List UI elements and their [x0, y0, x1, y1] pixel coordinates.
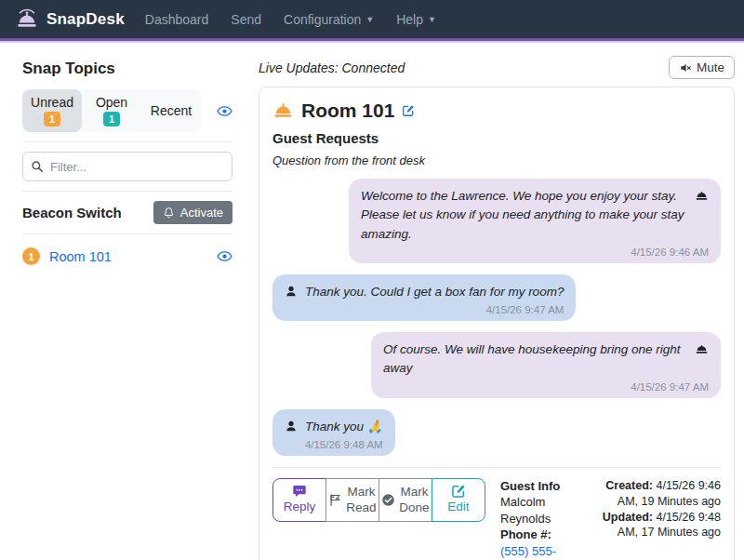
updated-line: Updated: 4/15/26 9:48 AM, 17 Minutes ago [597, 510, 721, 541]
room-title: Room 101 [301, 100, 394, 122]
guest-info-heading: Guest Info [500, 478, 582, 495]
nav-item-help[interactable]: Help▼ [396, 12, 436, 27]
topic-card: Room 101 Guest Requests Question from th… [259, 87, 735, 560]
main-panel: Live Updates: Connected Mute [259, 56, 735, 560]
message-text: Of course. We will have housekeeping bri… [383, 340, 687, 379]
nav-item-dashboard[interactable]: Dashboard [145, 12, 209, 27]
room-description: Question from the front desk [272, 153, 721, 167]
topic-actions-footer: Reply Mark [272, 467, 721, 560]
guest-phone-link[interactable]: (555) 555-5555 [500, 544, 556, 560]
checkered-flag-icon [328, 493, 342, 507]
nav-item-send[interactable]: Send [231, 12, 261, 27]
message-bubble-staff: Of course. We will have housekeeping bri… [371, 332, 721, 398]
search-icon [31, 160, 44, 173]
message-text: Thank you. Could I get a box fan for my … [305, 283, 564, 301]
eye-icon[interactable] [217, 103, 232, 119]
desk-bell-icon [695, 189, 709, 203]
nav-item-configuration[interactable]: Configuration▼ [284, 12, 374, 27]
topic-list-item-room-101[interactable]: 1 Room 101 [22, 244, 232, 269]
message-text: Thank you 🙏 [305, 418, 383, 436]
message-list: Welcome to the Lawrence. We hope you enj… [272, 179, 721, 456]
divider [22, 141, 232, 142]
tab-open[interactable]: Open 1 [82, 89, 141, 132]
action-button-group: Reply Mark [272, 478, 485, 522]
open-count-badge: 1 [103, 112, 120, 127]
message-bubble-staff: Welcome to the Lawrence. We hope you enj… [349, 179, 721, 263]
created-line: Created: 4/15/26 9:46 AM, 19 Minutes ago [597, 478, 721, 510]
bell-icon [163, 207, 175, 219]
message-timestamp: 4/15/26 9:47 AM [383, 381, 709, 393]
caret-down-icon: ▼ [365, 15, 374, 24]
caret-down-icon: ▼ [428, 15, 436, 24]
topic-link-room-101[interactable]: Room 101 [49, 249, 112, 264]
message-bubble-guest: Thank you. Could I get a box fan for my … [272, 274, 576, 321]
chat-bubble-icon [292, 484, 307, 499]
desk-bell-logo-icon [15, 7, 39, 32]
reply-button[interactable]: Reply [272, 478, 326, 522]
brand[interactable]: SnapDesk [15, 7, 125, 32]
mark-done-button[interactable]: Mark Done [379, 478, 432, 522]
guest-name: Malcolm Reynolds [500, 494, 582, 527]
sidebar: Snap Topics Unread 1 Open 1 Recent [22, 56, 232, 560]
message-text: Welcome to the Lawrence. We hope you enj… [361, 187, 687, 244]
divider [22, 233, 232, 234]
message-timestamp: 4/15/26 9:47 AM [285, 304, 564, 315]
mark-read-button[interactable]: Mark Read [326, 478, 379, 522]
filter-input[interactable] [50, 160, 224, 174]
eye-icon[interactable] [217, 248, 232, 264]
person-icon [285, 285, 298, 298]
topic-unread-badge: 1 [22, 247, 40, 265]
phone-label: Phone #: [500, 527, 582, 543]
room-subtitle: Guest Requests [272, 130, 721, 146]
unread-count-badge: 1 [44, 112, 60, 127]
filter-box [22, 152, 232, 181]
desk-bell-icon [695, 342, 709, 356]
message-timestamp: 4/15/26 9:48 AM [285, 439, 383, 450]
nav-links: Dashboard Send Configuration▼ Help▼ [145, 12, 436, 27]
message-bubble-guest: Thank you 🙏 4/15/26 9:48 AM [272, 409, 395, 456]
check-circle-icon [381, 493, 395, 507]
brand-name: SnapDesk [46, 10, 125, 29]
top-navbar: SnapDesk Dashboard Send Configuration▼ H… [0, 0, 744, 38]
speaker-mute-icon [679, 61, 692, 74]
desk-bell-icon [272, 100, 294, 122]
person-icon [285, 420, 298, 433]
edit-button[interactable]: Edit [432, 478, 485, 522]
pencil-square-icon [451, 484, 466, 499]
guest-info: Guest Info Malcolm Reynolds Phone #: (55… [500, 478, 582, 560]
divider [22, 191, 232, 192]
beacon-switch-title: Beacon Switch [22, 205, 122, 220]
sidebar-title: Snap Topics [22, 60, 232, 78]
topic-tabs: Unread 1 Open 1 Recent [22, 89, 201, 132]
activate-button[interactable]: Activate [153, 201, 232, 224]
live-updates-status: Live Updates: Connected [259, 60, 405, 75]
edit-topic-icon[interactable] [402, 104, 415, 117]
topic-meta: Created: 4/15/26 9:46 AM, 19 Minutes ago… [597, 478, 721, 541]
tab-recent[interactable]: Recent [141, 89, 201, 132]
mute-button[interactable]: Mute [669, 56, 735, 79]
tab-unread[interactable]: Unread 1 [22, 89, 82, 132]
message-timestamp: 4/15/26 9:46 AM [361, 247, 709, 258]
